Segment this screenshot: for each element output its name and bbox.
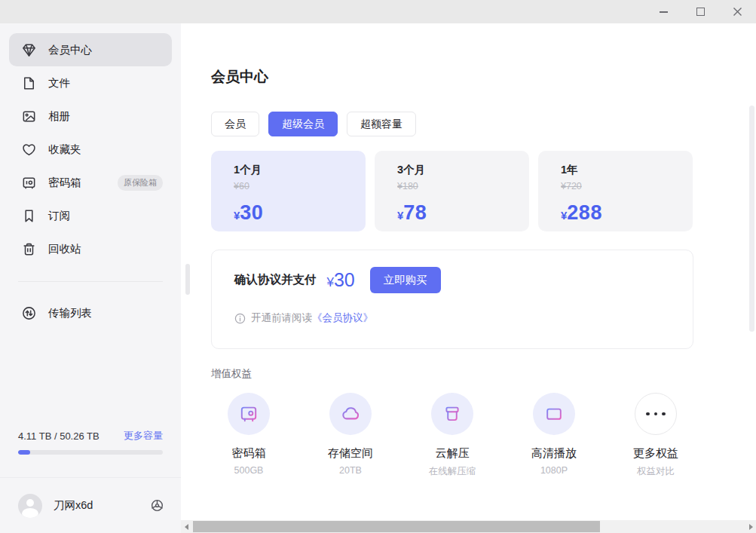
vertical-scrollbar-thumb[interactable] xyxy=(749,106,754,332)
tab-super-member[interactable]: 超级会员 xyxy=(268,112,338,136)
benefit-desc: 500GB xyxy=(211,465,286,476)
plan-price: ¥78 xyxy=(397,201,529,225)
plan-original-price: ¥720 xyxy=(561,181,693,191)
sidebar-item-label: 会员中心 xyxy=(48,43,92,57)
plan-duration: 3个月 xyxy=(397,163,529,177)
storage-section: 4.11 TB / 50.26 TB 更多容量 xyxy=(18,429,163,455)
sidebar-item-favorites[interactable]: 收藏夹 xyxy=(9,133,172,166)
sidebar-resize-handle[interactable] xyxy=(185,264,190,295)
sidebar-item-transfer-list[interactable]: 传输列表 xyxy=(9,296,172,329)
sidebar-item-albums[interactable]: 相册 xyxy=(9,100,172,133)
benefit-password-box[interactable]: 密码箱 500GB xyxy=(211,393,286,478)
password-box-badge: 原保险箱 xyxy=(118,175,163,191)
benefit-storage-space[interactable]: 存储空间 20TB xyxy=(313,393,388,478)
sidebar-item-files[interactable]: 文件 xyxy=(9,66,172,100)
checkout-label: 确认协议并支付 xyxy=(234,272,317,288)
horizontal-scrollbar[interactable] xyxy=(181,520,756,533)
sidebar-item-label: 文件 xyxy=(48,76,70,90)
benefit-name: 更多权益 xyxy=(618,446,693,461)
sidebar-item-label: 回收站 xyxy=(48,242,81,256)
plan-card-3-months[interactable]: 3个月 ¥180 ¥78 xyxy=(375,151,529,231)
sidebar-item-label: 订阅 xyxy=(48,209,70,223)
tab-member[interactable]: 会员 xyxy=(211,112,259,136)
plan-card-1-year[interactable]: 1年 ¥720 ¥288 xyxy=(538,151,693,231)
sidebar-item-label: 收藏夹 xyxy=(48,142,81,157)
benefit-desc: 在线解压缩 xyxy=(415,465,490,478)
close-button[interactable] xyxy=(732,7,742,17)
checkout-notice: 开通前请阅读 xyxy=(251,311,312,325)
plan-cards: 1个月 ¥60 ¥30 3个月 ¥180 ¥78 1年 ¥720 ¥288 xyxy=(211,151,693,231)
checkout-card: 确认协议并支付 ¥30 立即购买 开通前请阅读 《会员协议》 xyxy=(211,250,693,349)
minimize-icon xyxy=(660,11,668,13)
benefit-desc: 20TB xyxy=(313,465,388,476)
safe-gradient-icon xyxy=(228,393,270,435)
archive-gradient-icon xyxy=(431,393,473,435)
benefit-name: 云解压 xyxy=(415,446,490,461)
plan-price: ¥288 xyxy=(561,201,693,225)
plan-tabs: 会员 超级会员 超额容量 xyxy=(211,112,416,136)
scroll-right-arrow[interactable] xyxy=(745,520,756,533)
page-title: 会员中心 xyxy=(211,67,268,87)
plan-duration: 1年 xyxy=(561,163,693,177)
benefits-title: 增值权益 xyxy=(211,367,252,381)
benefit-more[interactable]: 更多权益 权益对比 xyxy=(618,393,693,478)
benefit-name: 存储空间 xyxy=(313,446,388,461)
benefit-name: 密码箱 xyxy=(211,446,286,461)
cloud-gradient-icon xyxy=(329,393,372,435)
safe-icon xyxy=(21,175,37,191)
horizontal-scrollbar-thumb[interactable] xyxy=(193,521,600,532)
storage-progress-fill xyxy=(18,450,30,455)
photo-icon xyxy=(21,109,37,124)
titlebar xyxy=(0,0,756,23)
buy-now-button[interactable]: 立即购买 xyxy=(370,267,441,293)
minimize-button[interactable] xyxy=(658,7,669,17)
gem-icon xyxy=(21,42,37,58)
file-icon xyxy=(21,75,37,91)
more-capacity-link[interactable]: 更多容量 xyxy=(124,429,163,443)
sidebar: 会员中心 文件 相册 收藏夹 xyxy=(0,23,181,533)
heart-icon xyxy=(21,142,37,158)
sidebar-item-password-box[interactable]: 密码箱 原保险箱 xyxy=(9,166,172,199)
benefit-cloud-unzip[interactable]: 云解压 在线解压缩 xyxy=(415,393,490,478)
checkout-amount: ¥30 xyxy=(327,269,355,291)
more-dots-icon xyxy=(635,393,677,435)
sidebar-item-subscriptions[interactable]: 订阅 xyxy=(9,199,172,232)
agreement-link[interactable]: 《会员协议》 xyxy=(312,311,373,325)
benefits-row: 密码箱 500GB 存储空间 20TB xyxy=(211,393,720,478)
close-icon xyxy=(733,7,742,17)
benefit-hd-playback[interactable]: 高清播放 1080P xyxy=(516,393,592,478)
avatar[interactable] xyxy=(18,494,42,518)
main-content: 会员中心 会员 超级会员 超额容量 1个月 ¥60 ¥30 3个月 ¥180 ¥… xyxy=(181,23,756,533)
benefit-desc: 1080P xyxy=(516,465,592,476)
scroll-left-arrow[interactable] xyxy=(181,520,191,533)
plan-card-1-month[interactable]: 1个月 ¥60 ¥30 xyxy=(211,151,366,231)
plan-price: ¥30 xyxy=(234,201,366,225)
storage-usage: 4.11 TB / 50.26 TB xyxy=(18,430,99,442)
maximize-button[interactable] xyxy=(695,7,705,17)
user-row: 刀网x6d xyxy=(0,477,181,533)
storage-progress-track xyxy=(18,450,163,455)
transfer-icon xyxy=(21,305,37,321)
info-icon xyxy=(234,313,246,324)
sidebar-divider xyxy=(18,281,163,282)
plan-original-price: ¥180 xyxy=(397,181,529,191)
trash-icon xyxy=(21,241,37,257)
player-gradient-icon xyxy=(533,393,575,435)
benefit-desc: 权益对比 xyxy=(618,465,693,478)
tab-extra-capacity[interactable]: 超额容量 xyxy=(347,112,416,136)
sidebar-item-label: 密码箱 xyxy=(48,176,81,190)
maximize-icon xyxy=(696,8,705,16)
sidebar-item-label: 相册 xyxy=(48,109,70,124)
user-name: 刀网x6d xyxy=(54,498,93,513)
plan-duration: 1个月 xyxy=(234,163,366,177)
benefit-name: 高清播放 xyxy=(516,446,592,461)
plan-original-price: ¥60 xyxy=(234,181,366,191)
bookmark-icon xyxy=(21,208,37,224)
sidebar-item-member-center[interactable]: 会员中心 xyxy=(9,33,172,66)
settings-gear-icon[interactable] xyxy=(150,498,164,513)
sidebar-item-recycle-bin[interactable]: 回收站 xyxy=(9,232,172,265)
sidebar-item-label: 传输列表 xyxy=(48,306,92,320)
